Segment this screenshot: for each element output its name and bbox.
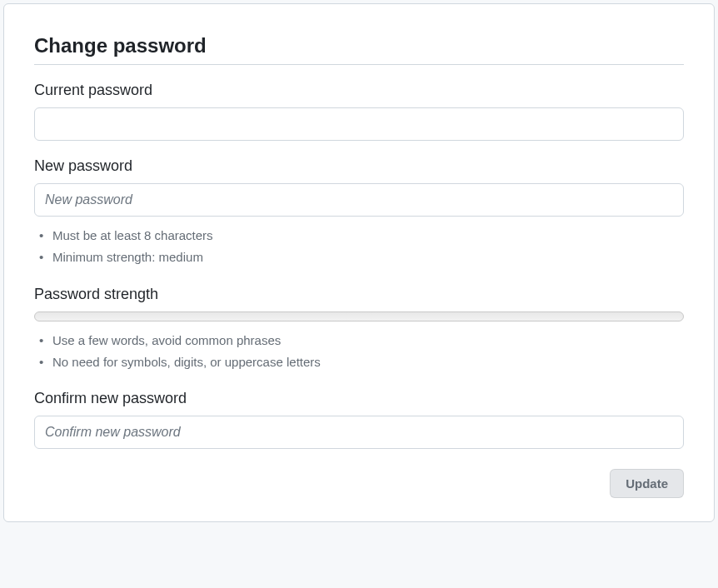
hint-item: Use a few words, avoid common phrases bbox=[52, 330, 684, 351]
new-password-input[interactable] bbox=[34, 183, 684, 217]
current-password-label: Current password bbox=[34, 82, 684, 99]
new-password-label: New password bbox=[34, 157, 684, 175]
current-password-group: Current password bbox=[34, 82, 684, 141]
update-button[interactable]: Update bbox=[610, 469, 684, 498]
strength-hints: Use a few words, avoid common phrases No… bbox=[34, 330, 684, 374]
password-strength-label: Password strength bbox=[34, 286, 684, 303]
new-password-group: New password Must be at least 8 characte… bbox=[34, 157, 684, 269]
change-password-panel: Change password Current password New pas… bbox=[3, 3, 715, 522]
hint-item: Must be at least 8 characters bbox=[52, 225, 684, 247]
new-password-hints: Must be at least 8 characters Minimum st… bbox=[34, 225, 684, 269]
hint-item: Minimum strength: medium bbox=[52, 247, 684, 268]
hint-item: No need for symbols, digits, or uppercas… bbox=[52, 351, 684, 373]
confirm-password-input[interactable] bbox=[34, 416, 684, 449]
form-actions: Update bbox=[34, 469, 684, 498]
confirm-password-group: Confirm new password bbox=[34, 390, 684, 449]
confirm-password-label: Confirm new password bbox=[34, 390, 684, 407]
current-password-input[interactable] bbox=[34, 107, 684, 141]
password-strength-group: Password strength Use a few words, avoid… bbox=[34, 286, 684, 374]
password-strength-meter bbox=[34, 311, 684, 321]
page-title: Change password bbox=[34, 34, 684, 65]
